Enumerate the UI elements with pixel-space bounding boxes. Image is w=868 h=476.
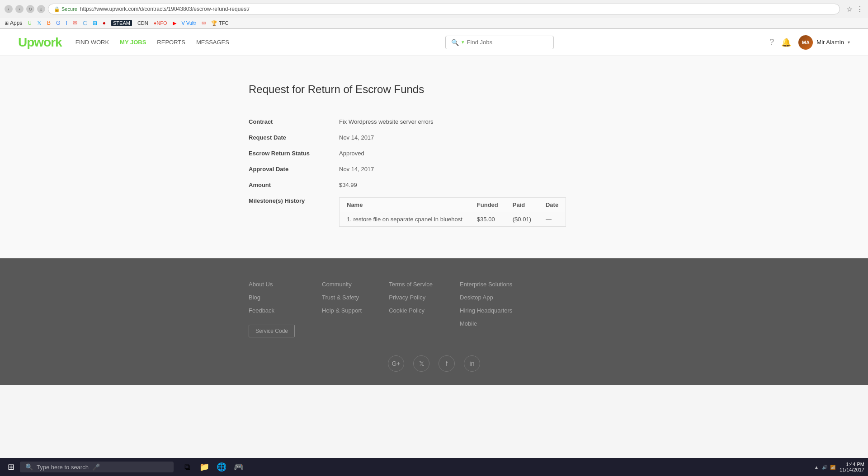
browser-chrome: ‹ › ↻ ⌂ 🔒 Secure https://www.upwork.com/… bbox=[0, 0, 868, 29]
footer-cookie[interactable]: Cookie Policy bbox=[389, 307, 433, 314]
escrow-status-row: Escrow Return Status Approved bbox=[249, 145, 619, 161]
request-date-row: Request Date Nov 14, 2017 bbox=[249, 130, 619, 145]
main-content: Request for Return of Escrow Funds Contr… bbox=[0, 56, 868, 258]
bookmark-google[interactable]: G bbox=[56, 20, 60, 26]
table-row: 1. restore file on separate cpanel in bl… bbox=[340, 212, 566, 227]
menu-button[interactable]: ⋮ bbox=[856, 5, 863, 14]
header-actions: ? 🔔 MA Mir Alamin ▾ bbox=[769, 35, 850, 50]
social-googleplus-button[interactable]: G+ bbox=[388, 355, 404, 372]
col-funded: Funded bbox=[470, 198, 505, 212]
contract-label: Contract bbox=[249, 118, 339, 125]
footer-mobile[interactable]: Mobile bbox=[460, 320, 512, 327]
bookmark-mail2[interactable]: ✉ bbox=[202, 20, 206, 26]
service-code-button[interactable]: Service Code bbox=[249, 325, 295, 337]
bookmark-mail[interactable]: ✉ bbox=[73, 20, 77, 26]
info-table: Contract Fix Wordpress website server er… bbox=[249, 114, 619, 231]
bookmark-yt[interactable]: ▶ bbox=[173, 20, 176, 26]
escrow-status-value: Approved bbox=[339, 150, 364, 157]
help-icon[interactable]: ? bbox=[769, 37, 774, 47]
footer-help-support[interactable]: Help & Support bbox=[322, 307, 362, 314]
user-name: Mir Alamin bbox=[816, 39, 844, 46]
bookmarks-bar: ⊞ Apps U 𝕏 B G f ✉ ⬡ ⊞ ● STEAM CDN ●NFO … bbox=[0, 18, 868, 28]
nav-reports[interactable]: REPORTS bbox=[157, 39, 185, 46]
milestone-name: 1. restore file on separate cpanel in bl… bbox=[340, 212, 470, 227]
contract-row: Contract Fix Wordpress website server er… bbox=[249, 114, 619, 130]
footer-desktop-app[interactable]: Desktop App bbox=[460, 294, 512, 301]
bookmark-apps[interactable]: ⊞ Apps bbox=[5, 20, 22, 26]
back-button[interactable]: ‹ bbox=[5, 5, 13, 13]
footer-col-enterprise: Enterprise Solutions Desktop App Hiring … bbox=[460, 281, 512, 337]
notification-icon[interactable]: 🔔 bbox=[781, 37, 791, 47]
footer-col-legal: Terms of Service Privacy Policy Cookie P… bbox=[389, 281, 433, 337]
forward-button[interactable]: › bbox=[15, 5, 24, 13]
approval-date-value: Nov 14, 2017 bbox=[339, 166, 374, 173]
secure-badge: 🔒 Secure bbox=[54, 6, 77, 12]
col-name: Name bbox=[340, 198, 470, 212]
milestone-funded: $35.00 bbox=[470, 212, 505, 227]
bookmark-blogger[interactable]: B bbox=[47, 20, 51, 26]
bookmark-steam[interactable]: STEAM bbox=[111, 20, 132, 26]
footer-about-us[interactable]: About Us bbox=[249, 281, 295, 288]
footer-social: G+ 𝕏 f in bbox=[249, 355, 619, 372]
bookmark-ms[interactable]: ⊞ bbox=[93, 20, 97, 26]
avatar: MA bbox=[798, 35, 813, 50]
bookmark-od[interactable]: ⬡ bbox=[83, 20, 87, 26]
user-info[interactable]: MA Mir Alamin ▾ bbox=[798, 35, 850, 50]
search-box[interactable]: 🔍 ▾ bbox=[445, 36, 554, 49]
bookmark-twitter[interactable]: 𝕏 bbox=[37, 20, 42, 26]
url-text: https://www.upwork.com/d/contracts/19043… bbox=[80, 6, 250, 12]
milestone-paid: ($0.01) bbox=[505, 212, 538, 227]
bookmark-vultr[interactable]: V Vultr bbox=[182, 20, 197, 26]
footer-feedback[interactable]: Feedback bbox=[249, 307, 295, 314]
escrow-status-label: Escrow Return Status bbox=[249, 150, 339, 157]
footer-community[interactable]: Community bbox=[322, 281, 362, 288]
search-dropdown-icon[interactable]: ▾ bbox=[462, 39, 464, 45]
amount-label: Amount bbox=[249, 182, 339, 188]
footer-columns: About Us Blog Feedback Service Code Comm… bbox=[249, 281, 619, 337]
milestones-label: Milestone(s) History bbox=[249, 197, 339, 204]
nav-find-work[interactable]: FIND WORK bbox=[75, 39, 109, 46]
footer-col-about: About Us Blog Feedback Service Code bbox=[249, 281, 295, 337]
header-search: 🔍 ▾ bbox=[243, 36, 756, 49]
col-date: Date bbox=[538, 198, 566, 212]
social-linkedin-button[interactable]: in bbox=[464, 355, 480, 372]
bookmark-red[interactable]: ● bbox=[103, 20, 106, 26]
footer-blog[interactable]: Blog bbox=[249, 294, 295, 301]
logo-text: Upwork bbox=[18, 35, 62, 49]
approval-date-label: Approval Date bbox=[249, 166, 339, 173]
request-date-value: Nov 14, 2017 bbox=[339, 134, 374, 141]
social-facebook-button[interactable]: f bbox=[439, 355, 455, 372]
social-twitter-button[interactable]: 𝕏 bbox=[413, 355, 429, 372]
nav-my-jobs[interactable]: MY JOBS bbox=[120, 39, 146, 46]
search-icon: 🔍 bbox=[451, 39, 459, 46]
secure-label: Secure bbox=[61, 6, 77, 12]
nav-messages[interactable]: MESSAGES bbox=[196, 39, 229, 46]
footer-terms[interactable]: Terms of Service bbox=[389, 281, 433, 288]
milestone-table: Name Funded Paid Date 1. restore file on… bbox=[339, 197, 566, 227]
contract-value: Fix Wordpress website server errors bbox=[339, 118, 434, 125]
bookmark-cdn[interactable]: CDN bbox=[137, 20, 148, 26]
bookmark-upwork[interactable]: U bbox=[28, 20, 32, 26]
bookmark-fb[interactable]: f bbox=[66, 20, 67, 26]
url-bar[interactable]: 🔒 Secure https://www.upwork.com/d/contra… bbox=[48, 4, 840, 14]
footer-col-community: Community Trust & Safety Help & Support bbox=[322, 281, 362, 337]
home-button[interactable]: ⌂ bbox=[37, 5, 45, 13]
header-nav: FIND WORK MY JOBS REPORTS MESSAGES bbox=[75, 39, 229, 46]
footer-privacy[interactable]: Privacy Policy bbox=[389, 294, 433, 301]
search-input[interactable] bbox=[467, 39, 535, 46]
approval-date-row: Approval Date Nov 14, 2017 bbox=[249, 161, 619, 177]
milestones-value: Name Funded Paid Date 1. restore file on… bbox=[339, 197, 566, 227]
reload-button[interactable]: ↻ bbox=[26, 5, 34, 13]
footer-hiring-hq[interactable]: Hiring Headquarters bbox=[460, 307, 512, 314]
footer: About Us Blog Feedback Service Code Comm… bbox=[0, 258, 868, 385]
footer-trust-safety[interactable]: Trust & Safety bbox=[322, 294, 362, 301]
upwork-logo[interactable]: Upwork bbox=[18, 35, 62, 50]
bookmark-nfo[interactable]: ●NFO bbox=[154, 20, 167, 26]
bookmark-button[interactable]: ☆ bbox=[846, 5, 853, 14]
bookmark-tfc[interactable]: 🏆 TFC bbox=[211, 20, 228, 26]
page-title: Request for Return of Escrow Funds bbox=[249, 83, 619, 96]
milestone-date: — bbox=[538, 212, 566, 227]
col-paid: Paid bbox=[505, 198, 538, 212]
footer-enterprise[interactable]: Enterprise Solutions bbox=[460, 281, 512, 288]
milestones-row: Milestone(s) History Name Funded Paid Da… bbox=[249, 193, 619, 231]
